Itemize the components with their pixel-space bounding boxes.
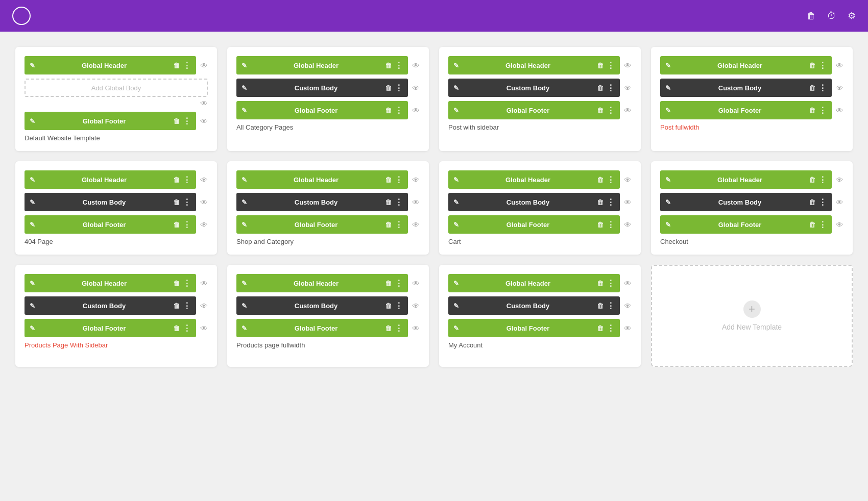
dots-icon[interactable]: ⋮ [607,220,615,230]
trash-icon[interactable]: 🗑 [597,107,604,114]
pencil-icon[interactable]: ✎ [30,302,35,310]
dots-icon[interactable]: ⋮ [818,61,827,70]
trash-icon[interactable]: 🗑 [809,107,815,114]
add-new-template-card[interactable]: + Add New Template [651,265,853,367]
dots-icon[interactable]: ⋮ [183,61,191,70]
pencil-icon[interactable]: ✎ [453,221,459,229]
trash-icon[interactable]: 🗑 [173,176,180,184]
trash-icon[interactable]: 🗑 [385,198,392,206]
pencil-icon[interactable]: ✎ [242,198,247,206]
pencil-icon[interactable]: ✎ [30,176,35,184]
eye-icon[interactable]: 👁 [200,117,208,126]
trash-icon[interactable]: 🗑 [597,280,604,287]
eye-icon[interactable]: 👁 [200,324,208,333]
dots-icon[interactable]: ⋮ [183,116,191,126]
dots-icon[interactable]: ⋮ [183,301,191,311]
dots-icon[interactable]: ⋮ [395,220,403,230]
eye-icon[interactable]: 👁 [836,198,843,207]
trash-icon[interactable]: 🗑 [173,117,180,125]
trash-icon[interactable]: 🗑 [597,221,604,229]
trash-icon[interactable]: 🗑 [597,84,604,92]
trash-icon[interactable]: 🗑 [173,324,180,332]
dots-icon[interactable]: ⋮ [607,197,615,207]
eye-icon[interactable]: 👁 [412,84,420,92]
eye-icon[interactable]: 👁 [624,198,632,207]
trash-icon[interactable]: 🗑 [809,198,815,206]
pencil-icon[interactable]: ✎ [665,176,671,184]
dots-icon[interactable]: ⋮ [607,323,615,333]
pencil-icon[interactable]: ✎ [453,280,459,287]
pencil-icon[interactable]: ✎ [242,324,247,332]
eye-icon[interactable]: 👁 [200,302,208,310]
trash-icon[interactable]: 🗑 [597,198,604,206]
pencil-icon[interactable]: ✎ [453,107,459,114]
eye-icon[interactable]: 👁 [624,220,632,229]
trash-icon[interactable]: 🗑 [173,302,180,310]
pencil-icon[interactable]: ✎ [242,302,247,310]
trash-icon[interactable]: 🗑 [385,280,392,287]
pencil-icon[interactable]: ✎ [665,62,671,69]
eye-icon[interactable]: 👁 [200,279,208,288]
pencil-icon[interactable]: ✎ [453,324,459,332]
trash-icon[interactable]: 🗑 [385,62,392,69]
dots-icon[interactable]: ⋮ [183,220,191,230]
trash-icon[interactable]: 🗑 [597,324,604,332]
eye-icon[interactable]: 👁 [836,61,843,70]
history-icon[interactable]: ⏱ [827,11,836,21]
pencil-icon[interactable]: ✎ [30,117,35,125]
dots-icon[interactable]: ⋮ [607,106,615,115]
dots-icon[interactable]: ⋮ [395,83,403,93]
eye-icon[interactable]: 👁 [836,220,843,229]
trash-icon[interactable]: 🗑 [809,62,815,69]
pencil-icon[interactable]: ✎ [665,107,671,114]
eye-icon[interactable]: 👁 [624,61,632,70]
trash-icon[interactable]: 🗑 [385,302,392,310]
pencil-icon[interactable]: ✎ [453,62,459,69]
eye-icon[interactable]: 👁 [412,106,420,115]
eye-icon[interactable]: 👁 [836,84,843,92]
eye-icon[interactable]: 👁 [624,302,632,310]
trash-icon[interactable]: 🗑 [385,107,392,114]
eye-icon[interactable]: 👁 [624,279,632,288]
eye-icon[interactable]: 👁 [200,176,208,184]
dots-icon[interactable]: ⋮ [607,175,615,185]
dots-icon[interactable]: ⋮ [183,323,191,333]
eye-icon[interactable]: 👁 [200,99,208,108]
eye-icon[interactable]: 👁 [624,84,632,92]
dots-icon[interactable]: ⋮ [395,301,403,311]
trash-icon[interactable]: 🗑 [597,302,604,310]
eye-icon[interactable]: 👁 [836,106,843,115]
pencil-icon[interactable]: ✎ [242,62,247,69]
dots-icon[interactable]: ⋮ [183,175,191,185]
settings-icon[interactable]: ⚙ [848,10,856,21]
dots-icon[interactable]: ⋮ [183,279,191,288]
pencil-icon[interactable]: ✎ [665,198,671,206]
pencil-icon[interactable]: ✎ [665,84,671,92]
eye-icon[interactable]: 👁 [412,220,420,229]
eye-icon[interactable]: 👁 [624,176,632,184]
trash-icon[interactable]: 🗑 [809,176,815,184]
dots-icon[interactable]: ⋮ [818,175,827,185]
trash-icon[interactable]: 🗑 [385,176,392,184]
dots-icon[interactable]: ⋮ [395,175,403,185]
dots-icon[interactable]: ⋮ [395,323,403,333]
dots-icon[interactable]: ⋮ [607,83,615,93]
dots-icon[interactable]: ⋮ [818,197,827,207]
eye-icon[interactable]: 👁 [412,324,420,333]
pencil-icon[interactable]: ✎ [30,221,35,229]
trash-icon[interactable]: 🗑 [173,280,180,287]
eye-icon[interactable]: 👁 [200,61,208,70]
pencil-icon[interactable]: ✎ [453,198,459,206]
dots-icon[interactable]: ⋮ [183,197,191,207]
pencil-icon[interactable]: ✎ [453,84,459,92]
trash-icon[interactable]: 🗑 [597,62,604,69]
dots-icon[interactable]: ⋮ [607,301,615,311]
eye-icon[interactable]: 👁 [200,220,208,229]
dots-icon[interactable]: ⋮ [818,106,827,115]
pencil-icon[interactable]: ✎ [30,62,35,69]
dots-icon[interactable]: ⋮ [395,106,403,115]
eye-icon[interactable]: 👁 [412,176,420,184]
dots-icon[interactable]: ⋮ [607,61,615,70]
dots-icon[interactable]: ⋮ [395,279,403,288]
dots-icon[interactable]: ⋮ [395,61,403,70]
